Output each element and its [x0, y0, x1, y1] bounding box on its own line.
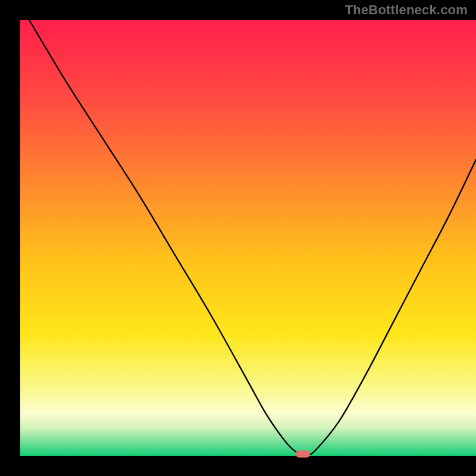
chart-plot-area	[20, 20, 476, 456]
watermark-label: TheBottleneck.com	[345, 2, 468, 18]
bottleneck-chart	[0, 0, 476, 476]
chart-container: TheBottleneck.com	[0, 0, 476, 476]
optimal-point-marker	[296, 450, 310, 458]
